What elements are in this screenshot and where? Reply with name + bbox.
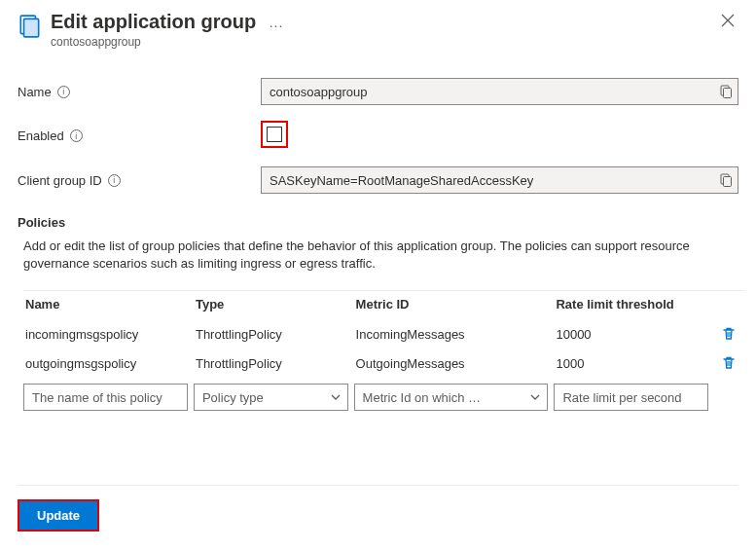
page-title: Edit application group: [51, 11, 256, 32]
new-policy-row: Policy type Metric Id on which …: [23, 378, 744, 417]
table-row: incomingmsgspolicy ThrottlingPolicy Inco…: [23, 319, 744, 348]
name-label: Name i: [18, 85, 261, 99]
enabled-checkbox-highlight: [261, 121, 288, 148]
col-header-name: Name: [23, 291, 194, 320]
info-icon[interactable]: i: [108, 174, 121, 187]
policy-metric: IncomingMessages: [354, 319, 555, 348]
policy-metric: OutgoingMessages: [354, 348, 555, 378]
delete-policy-button[interactable]: [714, 319, 744, 348]
new-policy-name-input[interactable]: [23, 384, 188, 411]
enabled-label: Enabled i: [18, 128, 261, 143]
policies-table: Name Type Metric ID Rate limit threshold…: [23, 290, 744, 417]
new-policy-threshold-input[interactable]: [554, 384, 708, 411]
chevron-down-icon: [330, 391, 342, 403]
policy-threshold: 1000: [554, 348, 714, 378]
policies-description: Add or edit the list of group policies t…: [23, 238, 738, 273]
chevron-down-icon: [529, 391, 541, 403]
more-actions-button[interactable]: ···: [270, 18, 284, 33]
copy-icon[interactable]: [719, 173, 733, 187]
policy-threshold: 10000: [554, 319, 714, 348]
copy-icon[interactable]: [719, 85, 733, 98]
appgroup-icon: [18, 14, 43, 39]
policy-type: ThrottlingPolicy: [194, 319, 354, 348]
col-header-type: Type: [194, 291, 354, 320]
policy-name: outgoingmsgspolicy: [23, 348, 194, 378]
page-subtitle: contosoappgroup: [51, 35, 717, 49]
table-row: outgoingmsgspolicy ThrottlingPolicy Outg…: [23, 348, 744, 378]
panel-header: Edit application group ··· contosoappgro…: [18, 10, 738, 49]
enabled-checkbox[interactable]: [267, 127, 282, 142]
name-field: [261, 78, 738, 105]
update-button[interactable]: Update: [19, 501, 97, 530]
update-button-highlight: Update: [18, 499, 99, 532]
col-header-metric: Metric ID: [354, 291, 555, 320]
info-icon[interactable]: i: [57, 86, 70, 98]
new-policy-type-select[interactable]: Policy type: [194, 384, 348, 411]
policies-heading: Policies: [18, 215, 738, 230]
clientgroupid-label: Client group ID i: [18, 173, 261, 188]
clientgroupid-field: [261, 166, 738, 194]
col-header-threshold: Rate limit threshold: [554, 291, 714, 320]
policy-name: incomingmsgspolicy: [23, 319, 194, 348]
svg-rect-1: [24, 18, 39, 36]
policy-type: ThrottlingPolicy: [194, 348, 354, 378]
close-button[interactable]: [717, 10, 738, 31]
delete-policy-button[interactable]: [714, 348, 744, 378]
svg-rect-3: [724, 89, 732, 98]
new-policy-metric-select[interactable]: Metric Id on which …: [354, 384, 549, 411]
svg-rect-5: [724, 177, 732, 187]
info-icon[interactable]: i: [70, 129, 83, 142]
